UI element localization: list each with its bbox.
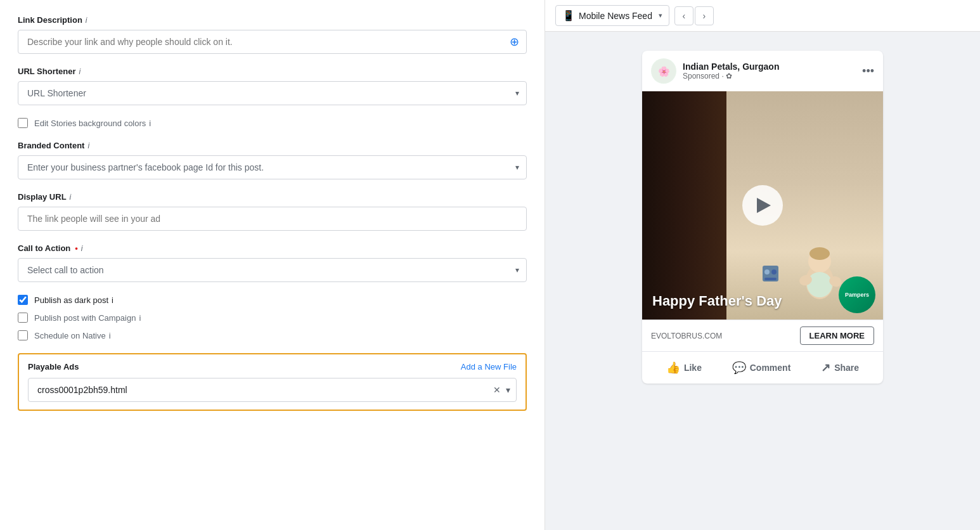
mobile-device-icon: 📱 <box>562 10 575 22</box>
branded-content-select[interactable]: Enter your business partner's facebook p… <box>18 155 527 179</box>
svg-rect-11 <box>764 278 777 280</box>
link-description-input-wrapper: ⊕ <box>18 30 527 54</box>
preview-selector[interactable]: 📱 Mobile News Feed ▾ <box>555 5 669 26</box>
preview-label: Mobile News Feed <box>579 11 652 21</box>
ad-more-icon[interactable]: ••• <box>862 65 874 78</box>
call-to-action-select-wrapper: Select call to action ▾ <box>18 258 527 282</box>
branded-content-select-wrapper: Enter your business partner's facebook p… <box>18 155 527 179</box>
display-url-info-icon[interactable]: i <box>70 193 72 202</box>
share-icon: ↗ <box>821 361 830 375</box>
url-shortener-select-wrapper: URL Shortener ▾ <box>18 81 527 105</box>
link-description-info-icon[interactable]: i <box>86 16 87 25</box>
call-to-action-info-icon[interactable]: i <box>81 244 83 253</box>
comment-label: Comment <box>750 363 791 373</box>
display-url-input[interactable] <box>18 207 527 231</box>
link-description-label: Link Description i <box>18 15 527 25</box>
edit-stories-label: Edit Stories background colors i <box>34 119 151 128</box>
add-new-file-link[interactable]: Add a New File <box>461 362 517 372</box>
like-icon: 👍 <box>666 361 680 375</box>
clear-icon[interactable]: ✕ <box>493 385 501 395</box>
right-panel: 📱 Mobile News Feed ▾ ‹ › 🌸 Indian Petals… <box>545 0 980 530</box>
display-url-group: Display URL i <box>18 192 527 231</box>
publish-campaign-row: Publish post with Campaign i <box>18 313 527 323</box>
publish-dark-post-label: Publish as dark post i <box>34 295 113 305</box>
plus-icon[interactable]: ⊕ <box>510 35 519 49</box>
playable-ads-title: Playable Ads <box>28 362 79 372</box>
ad-card-footer: EVOLTOBRUS.COM LEARN MORE <box>642 320 883 351</box>
toy-robot-icon <box>759 262 782 285</box>
publish-dark-post-group: Publish as dark post i Publish post with… <box>18 295 527 340</box>
publish-dark-post-checkbox[interactable] <box>18 295 28 305</box>
share-label: Share <box>834 363 859 373</box>
call-to-action-group: Call to Action • i Select call to action… <box>18 243 527 282</box>
edit-stories-group: Edit Stories background colors i <box>18 118 527 128</box>
schedule-native-checkbox[interactable] <box>18 330 28 340</box>
like-label: Like <box>684 363 702 373</box>
url-shortener-label: URL Shortener i <box>18 67 527 76</box>
nav-arrows: ‹ › <box>674 6 714 25</box>
playable-ads-input-row: ✕ ▾ <box>28 378 517 402</box>
publish-dark-post-row: Publish as dark post i <box>18 295 527 305</box>
link-description-input[interactable] <box>18 30 527 54</box>
playable-ads-input[interactable] <box>28 378 517 402</box>
ad-preview-card: 🌸 Indian Petals, Gurgaon Sponsored · ✿ •… <box>642 51 883 384</box>
prev-arrow-button[interactable]: ‹ <box>674 6 693 25</box>
playable-ads-header: Playable Ads Add a New File <box>28 362 517 372</box>
pampers-badge-icon: Pampers <box>839 276 875 313</box>
svg-point-10 <box>771 269 777 275</box>
baby-figure-icon <box>788 231 845 307</box>
url-shortener-group: URL Shortener i URL Shortener ▾ <box>18 67 527 105</box>
svg-point-4 <box>809 247 830 260</box>
preview-content: 🌸 Indian Petals, Gurgaon Sponsored · ✿ •… <box>545 32 980 530</box>
left-panel: Link Description i ⊕ URL Shortener i URL… <box>0 0 545 530</box>
url-shortener-info-icon[interactable]: i <box>79 67 81 76</box>
svg-text:🌸: 🌸 <box>658 65 670 77</box>
playable-ads-section: Playable Ads Add a New File ✕ ▾ <box>18 353 527 411</box>
ad-header-text: Indian Petals, Gurgaon Sponsored · ✿ <box>683 61 856 81</box>
edit-stories-info-icon[interactable]: i <box>149 119 151 128</box>
ad-actions: 👍 Like 💬 Comment ↗ Share <box>642 351 883 384</box>
branded-content-group: Branded Content i Enter your business pa… <box>18 141 527 179</box>
share-action-button[interactable]: ↗ Share <box>811 357 869 378</box>
publish-dark-post-info-icon[interactable]: i <box>112 295 113 305</box>
link-description-group: Link Description i ⊕ <box>18 15 527 54</box>
schedule-native-label: Schedule on Native i <box>34 331 111 340</box>
learn-more-button[interactable]: LEARN MORE <box>800 326 874 345</box>
comment-icon: 💬 <box>732 361 746 375</box>
call-to-action-label: Call to Action • i <box>18 243 527 253</box>
edit-stories-checkbox-row: Edit Stories background colors i <box>18 118 527 128</box>
door-frame <box>642 91 726 320</box>
publish-campaign-label: Publish post with Campaign i <box>34 313 141 323</box>
publish-campaign-checkbox[interactable] <box>18 313 28 323</box>
ad-overlay-text: Happy Father's Day <box>652 293 782 309</box>
play-button[interactable] <box>742 185 783 226</box>
ad-media: Happy Father's Day Pampers <box>642 91 883 320</box>
next-arrow-button[interactable]: › <box>695 6 714 25</box>
svg-point-5 <box>807 272 832 297</box>
required-indicator: • <box>75 243 78 253</box>
preview-toolbar: 📱 Mobile News Feed ▾ ‹ › <box>545 0 980 32</box>
ad-card-header: 🌸 Indian Petals, Gurgaon Sponsored · ✿ •… <box>642 51 883 91</box>
publish-campaign-info-icon[interactable]: i <box>139 313 141 323</box>
like-action-button[interactable]: 👍 Like <box>656 357 712 378</box>
edit-stories-checkbox[interactable] <box>18 118 28 128</box>
url-shortener-select[interactable]: URL Shortener <box>18 81 527 105</box>
ad-domain: EVOLTOBRUS.COM <box>651 332 722 340</box>
ad-avatar: 🌸 <box>651 58 676 84</box>
ad-page-name: Indian Petals, Gurgaon <box>683 61 856 72</box>
playable-ads-icons: ✕ ▾ <box>493 385 510 395</box>
schedule-native-row: Schedule on Native i <box>18 330 527 340</box>
page-logo-icon: 🌸 <box>652 59 676 83</box>
branded-content-info-icon[interactable]: i <box>87 141 89 150</box>
preview-chevron-down-icon: ▾ <box>659 11 662 20</box>
branded-content-label: Branded Content i <box>18 141 527 150</box>
display-url-label: Display URL i <box>18 192 527 202</box>
svg-point-9 <box>764 269 770 275</box>
playable-ads-chevron-icon[interactable]: ▾ <box>506 385 510 395</box>
ad-sponsored-label: Sponsored · ✿ <box>683 72 856 81</box>
call-to-action-select[interactable]: Select call to action <box>18 258 527 282</box>
schedule-native-info-icon[interactable]: i <box>109 331 111 340</box>
comment-action-button[interactable]: 💬 Comment <box>722 357 801 378</box>
